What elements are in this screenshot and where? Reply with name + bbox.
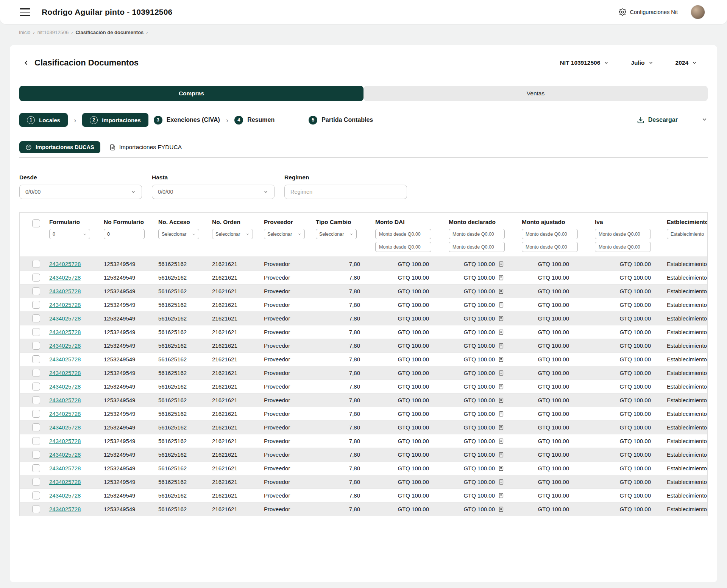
- month-selector[interactable]: Julio: [631, 59, 653, 66]
- monto-declarado-min-input[interactable]: [449, 229, 505, 239]
- no-orden-filter-select[interactable]: Seleccionar: [212, 229, 253, 239]
- breadcrumb-home[interactable]: Inicio: [19, 30, 30, 35]
- receipt-icon[interactable]: [498, 274, 504, 281]
- formulario-link[interactable]: 2434025728: [49, 397, 81, 403]
- breadcrumb-current[interactable]: Clasificación de documentos: [75, 30, 144, 35]
- receipt-icon[interactable]: [498, 342, 504, 349]
- formulario-link[interactable]: 2434025728: [49, 288, 81, 294]
- formulario-link[interactable]: 2434025728: [49, 465, 81, 471]
- subtab-importaciones-fyduca[interactable]: Importaciones FYDUCA: [109, 144, 182, 151]
- row-checkbox[interactable]: [32, 383, 40, 390]
- step-partida-contables[interactable]: 5 Partida Contables: [309, 116, 373, 124]
- receipt-icon[interactable]: [498, 438, 504, 444]
- desde-select[interactable]: 0/0/00: [19, 185, 142, 199]
- receipt-icon[interactable]: [498, 479, 504, 485]
- formulario-link[interactable]: 2434025728: [49, 274, 81, 281]
- row-checkbox[interactable]: [32, 410, 40, 418]
- subtab-importaciones-ducas[interactable]: Importaciones DUCAS: [19, 141, 100, 153]
- monto-dai-min-input[interactable]: [375, 229, 431, 239]
- menu-icon[interactable]: [20, 8, 30, 16]
- row-checkbox[interactable]: [32, 328, 40, 336]
- row-checkbox[interactable]: [32, 369, 40, 377]
- row-checkbox[interactable]: [32, 464, 40, 472]
- year-selector[interactable]: 2024: [676, 59, 697, 66]
- row-checkbox[interactable]: [32, 437, 40, 445]
- row-checkbox[interactable]: [32, 478, 40, 486]
- no-orden-cell: 21621621: [211, 383, 263, 390]
- collapse-button[interactable]: [701, 116, 708, 124]
- step-resumen[interactable]: 4 Resumen: [234, 116, 275, 124]
- settings-button[interactable]: Configuraciones Nit: [619, 8, 678, 16]
- step-exenciones[interactable]: 3 Exenciones (CIVA): [154, 116, 220, 124]
- step-locales[interactable]: 1 Locales: [19, 113, 68, 127]
- row-checkbox[interactable]: [32, 314, 40, 322]
- no-formulario-filter-input[interactable]: [104, 229, 145, 239]
- receipt-icon[interactable]: [498, 424, 504, 431]
- row-checkbox[interactable]: [32, 274, 40, 282]
- no-acceso-filter-select[interactable]: Seleccionar: [158, 229, 199, 239]
- formulario-link[interactable]: 2434025728: [49, 451, 81, 458]
- receipt-icon[interactable]: [498, 261, 504, 267]
- tab-ventas[interactable]: Ventas: [364, 86, 708, 101]
- formulario-link[interactable]: 2434025728: [49, 356, 81, 362]
- receipt-icon[interactable]: [498, 302, 504, 308]
- breadcrumb-nit[interactable]: nit:103912506: [37, 30, 69, 35]
- receipt-icon[interactable]: [498, 356, 504, 362]
- formulario-link[interactable]: 2434025728: [49, 438, 81, 444]
- formulario-link[interactable]: 2434025728: [49, 370, 81, 376]
- establecimiento-filter-input[interactable]: [667, 229, 708, 239]
- receipt-icon[interactable]: [498, 315, 504, 322]
- formulario-link[interactable]: 2434025728: [49, 506, 81, 512]
- formulario-link[interactable]: 2434025728: [49, 411, 81, 417]
- step-importaciones[interactable]: 2 Importaciones: [82, 113, 148, 127]
- formulario-link[interactable]: 2434025728: [49, 329, 81, 335]
- receipt-icon[interactable]: [498, 397, 504, 403]
- iva-max-input[interactable]: [595, 242, 651, 252]
- tab-compras[interactable]: Compras: [19, 86, 364, 101]
- row-checkbox[interactable]: [32, 505, 40, 513]
- receipt-icon[interactable]: [498, 288, 504, 294]
- receipt-icon[interactable]: [498, 465, 504, 471]
- row-checkbox[interactable]: [32, 492, 40, 499]
- proveedor-filter-select[interactable]: Seleccionar: [264, 229, 305, 239]
- monto-declarado-max-input[interactable]: [449, 242, 505, 252]
- receipt-icon[interactable]: [498, 329, 504, 335]
- receipt-icon[interactable]: [498, 411, 504, 417]
- formulario-link[interactable]: 2434025728: [49, 342, 81, 349]
- regimen-input[interactable]: [284, 185, 407, 199]
- monto-dai-max-input[interactable]: [375, 242, 431, 252]
- receipt-icon[interactable]: [498, 383, 504, 390]
- row-checkbox[interactable]: [32, 342, 40, 350]
- nit-selector[interactable]: NIT 103912506: [560, 59, 609, 66]
- hasta-select[interactable]: 0/0/00: [152, 185, 275, 199]
- receipt-icon[interactable]: [498, 492, 504, 499]
- formulario-filter-select[interactable]: 0: [49, 229, 90, 239]
- receipt-icon[interactable]: [498, 506, 504, 512]
- select-all-checkbox[interactable]: [32, 219, 40, 227]
- monto-ajustado-max-input[interactable]: [522, 242, 578, 252]
- row-checkbox[interactable]: [32, 287, 40, 295]
- tipo-cambio-filter-select[interactable]: Seleccionar: [316, 229, 357, 239]
- column-no-acceso: No. Acceso: [158, 219, 211, 226]
- proveedor-cell: Proveedor: [263, 274, 315, 281]
- row-checkbox[interactable]: [32, 451, 40, 459]
- formulario-link[interactable]: 2434025728: [49, 492, 81, 499]
- row-checkbox[interactable]: [32, 260, 40, 268]
- receipt-icon[interactable]: [498, 370, 504, 376]
- formulario-link[interactable]: 2434025728: [49, 383, 81, 390]
- row-checkbox[interactable]: [32, 423, 40, 431]
- iva-min-input[interactable]: [595, 229, 651, 239]
- formulario-link[interactable]: 2434025728: [49, 261, 81, 267]
- formulario-link[interactable]: 2434025728: [49, 302, 81, 308]
- formulario-link[interactable]: 2434025728: [49, 479, 81, 485]
- row-checkbox[interactable]: [32, 396, 40, 404]
- formulario-link[interactable]: 2434025728: [49, 424, 81, 431]
- monto-ajustado-min-input[interactable]: [522, 229, 578, 239]
- download-button[interactable]: Descargar: [637, 116, 678, 124]
- avatar[interactable]: [691, 5, 705, 19]
- row-checkbox[interactable]: [32, 355, 40, 363]
- back-button[interactable]: [22, 59, 30, 67]
- receipt-icon[interactable]: [498, 451, 504, 458]
- formulario-link[interactable]: 2434025728: [49, 315, 81, 322]
- row-checkbox[interactable]: [32, 301, 40, 309]
